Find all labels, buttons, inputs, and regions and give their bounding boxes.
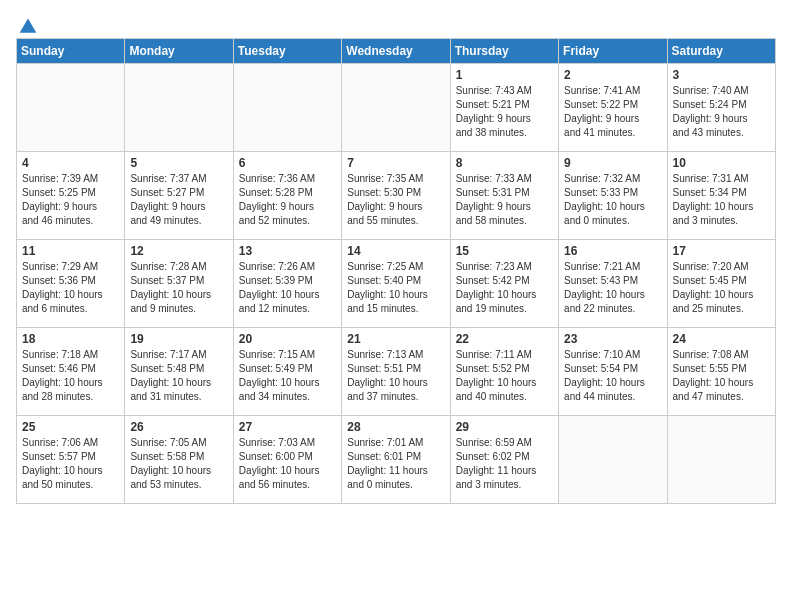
day-number: 27 [239, 420, 336, 434]
day-info: Sunrise: 7:15 AMSunset: 5:49 PMDaylight:… [239, 348, 336, 404]
day-info: Sunrise: 7:36 AMSunset: 5:28 PMDaylight:… [239, 172, 336, 228]
day-info: Sunrise: 7:18 AMSunset: 5:46 PMDaylight:… [22, 348, 119, 404]
day-number: 23 [564, 332, 661, 346]
calendar-cell: 26Sunrise: 7:05 AMSunset: 5:58 PMDayligh… [125, 416, 233, 504]
calendar-cell: 16Sunrise: 7:21 AMSunset: 5:43 PMDayligh… [559, 240, 667, 328]
day-number: 24 [673, 332, 770, 346]
day-number: 4 [22, 156, 119, 170]
day-info: Sunrise: 7:25 AMSunset: 5:40 PMDaylight:… [347, 260, 444, 316]
day-number: 3 [673, 68, 770, 82]
day-number: 11 [22, 244, 119, 258]
day-number: 20 [239, 332, 336, 346]
logo [16, 16, 38, 32]
calendar-cell: 8Sunrise: 7:33 AMSunset: 5:31 PMDaylight… [450, 152, 558, 240]
day-info: Sunrise: 7:33 AMSunset: 5:31 PMDaylight:… [456, 172, 553, 228]
calendar-cell [559, 416, 667, 504]
week-row-2: 4Sunrise: 7:39 AMSunset: 5:25 PMDaylight… [17, 152, 776, 240]
logo-icon [18, 16, 38, 36]
calendar-cell: 23Sunrise: 7:10 AMSunset: 5:54 PMDayligh… [559, 328, 667, 416]
day-number: 25 [22, 420, 119, 434]
calendar-cell: 13Sunrise: 7:26 AMSunset: 5:39 PMDayligh… [233, 240, 341, 328]
calendar-cell: 11Sunrise: 7:29 AMSunset: 5:36 PMDayligh… [17, 240, 125, 328]
calendar-cell: 28Sunrise: 7:01 AMSunset: 6:01 PMDayligh… [342, 416, 450, 504]
calendar-cell [17, 64, 125, 152]
day-info: Sunrise: 7:26 AMSunset: 5:39 PMDaylight:… [239, 260, 336, 316]
day-number: 18 [22, 332, 119, 346]
calendar-cell: 20Sunrise: 7:15 AMSunset: 5:49 PMDayligh… [233, 328, 341, 416]
calendar-cell [342, 64, 450, 152]
calendar-table: SundayMondayTuesdayWednesdayThursdayFrid… [16, 38, 776, 504]
week-row-3: 11Sunrise: 7:29 AMSunset: 5:36 PMDayligh… [17, 240, 776, 328]
calendar-cell: 24Sunrise: 7:08 AMSunset: 5:55 PMDayligh… [667, 328, 775, 416]
calendar-cell [233, 64, 341, 152]
day-number: 12 [130, 244, 227, 258]
day-info: Sunrise: 7:03 AMSunset: 6:00 PMDaylight:… [239, 436, 336, 492]
day-number: 17 [673, 244, 770, 258]
day-info: Sunrise: 7:40 AMSunset: 5:24 PMDaylight:… [673, 84, 770, 140]
day-info: Sunrise: 7:39 AMSunset: 5:25 PMDaylight:… [22, 172, 119, 228]
day-number: 1 [456, 68, 553, 82]
calendar-cell: 12Sunrise: 7:28 AMSunset: 5:37 PMDayligh… [125, 240, 233, 328]
calendar-cell: 4Sunrise: 7:39 AMSunset: 5:25 PMDaylight… [17, 152, 125, 240]
day-info: Sunrise: 7:17 AMSunset: 5:48 PMDaylight:… [130, 348, 227, 404]
day-info: Sunrise: 7:01 AMSunset: 6:01 PMDaylight:… [347, 436, 444, 492]
calendar-cell: 1Sunrise: 7:43 AMSunset: 5:21 PMDaylight… [450, 64, 558, 152]
calendar-cell: 22Sunrise: 7:11 AMSunset: 5:52 PMDayligh… [450, 328, 558, 416]
header-section [16, 16, 776, 32]
calendar-cell: 27Sunrise: 7:03 AMSunset: 6:00 PMDayligh… [233, 416, 341, 504]
weekday-header-wednesday: Wednesday [342, 39, 450, 64]
calendar-cell: 14Sunrise: 7:25 AMSunset: 5:40 PMDayligh… [342, 240, 450, 328]
day-info: Sunrise: 7:11 AMSunset: 5:52 PMDaylight:… [456, 348, 553, 404]
day-info: Sunrise: 7:41 AMSunset: 5:22 PMDaylight:… [564, 84, 661, 140]
weekday-header-row: SundayMondayTuesdayWednesdayThursdayFrid… [17, 39, 776, 64]
day-number: 19 [130, 332, 227, 346]
weekday-header-saturday: Saturday [667, 39, 775, 64]
day-number: 10 [673, 156, 770, 170]
calendar-cell: 29Sunrise: 6:59 AMSunset: 6:02 PMDayligh… [450, 416, 558, 504]
day-info: Sunrise: 7:13 AMSunset: 5:51 PMDaylight:… [347, 348, 444, 404]
day-number: 26 [130, 420, 227, 434]
weekday-header-tuesday: Tuesday [233, 39, 341, 64]
day-number: 28 [347, 420, 444, 434]
calendar-cell: 19Sunrise: 7:17 AMSunset: 5:48 PMDayligh… [125, 328, 233, 416]
calendar-cell: 10Sunrise: 7:31 AMSunset: 5:34 PMDayligh… [667, 152, 775, 240]
day-number: 8 [456, 156, 553, 170]
weekday-header-thursday: Thursday [450, 39, 558, 64]
logo-text [16, 16, 38, 36]
day-info: Sunrise: 7:06 AMSunset: 5:57 PMDaylight:… [22, 436, 119, 492]
day-info: Sunrise: 7:29 AMSunset: 5:36 PMDaylight:… [22, 260, 119, 316]
day-info: Sunrise: 7:31 AMSunset: 5:34 PMDaylight:… [673, 172, 770, 228]
weekday-header-sunday: Sunday [17, 39, 125, 64]
weekday-header-monday: Monday [125, 39, 233, 64]
day-number: 5 [130, 156, 227, 170]
day-info: Sunrise: 7:23 AMSunset: 5:42 PMDaylight:… [456, 260, 553, 316]
week-row-5: 25Sunrise: 7:06 AMSunset: 5:57 PMDayligh… [17, 416, 776, 504]
calendar-cell: 3Sunrise: 7:40 AMSunset: 5:24 PMDaylight… [667, 64, 775, 152]
calendar-cell: 17Sunrise: 7:20 AMSunset: 5:45 PMDayligh… [667, 240, 775, 328]
day-info: Sunrise: 7:43 AMSunset: 5:21 PMDaylight:… [456, 84, 553, 140]
calendar-container: SundayMondayTuesdayWednesdayThursdayFrid… [0, 0, 792, 512]
calendar-cell [667, 416, 775, 504]
day-number: 16 [564, 244, 661, 258]
day-info: Sunrise: 7:08 AMSunset: 5:55 PMDaylight:… [673, 348, 770, 404]
day-info: Sunrise: 7:21 AMSunset: 5:43 PMDaylight:… [564, 260, 661, 316]
week-row-1: 1Sunrise: 7:43 AMSunset: 5:21 PMDaylight… [17, 64, 776, 152]
weekday-header-friday: Friday [559, 39, 667, 64]
calendar-cell: 25Sunrise: 7:06 AMSunset: 5:57 PMDayligh… [17, 416, 125, 504]
day-info: Sunrise: 7:10 AMSunset: 5:54 PMDaylight:… [564, 348, 661, 404]
calendar-cell: 21Sunrise: 7:13 AMSunset: 5:51 PMDayligh… [342, 328, 450, 416]
day-number: 21 [347, 332, 444, 346]
day-info: Sunrise: 7:35 AMSunset: 5:30 PMDaylight:… [347, 172, 444, 228]
day-info: Sunrise: 7:32 AMSunset: 5:33 PMDaylight:… [564, 172, 661, 228]
day-number: 22 [456, 332, 553, 346]
calendar-cell: 5Sunrise: 7:37 AMSunset: 5:27 PMDaylight… [125, 152, 233, 240]
calendar-cell: 15Sunrise: 7:23 AMSunset: 5:42 PMDayligh… [450, 240, 558, 328]
calendar-cell: 2Sunrise: 7:41 AMSunset: 5:22 PMDaylight… [559, 64, 667, 152]
calendar-cell: 7Sunrise: 7:35 AMSunset: 5:30 PMDaylight… [342, 152, 450, 240]
day-number: 15 [456, 244, 553, 258]
day-number: 13 [239, 244, 336, 258]
calendar-cell: 18Sunrise: 7:18 AMSunset: 5:46 PMDayligh… [17, 328, 125, 416]
day-number: 14 [347, 244, 444, 258]
calendar-cell [125, 64, 233, 152]
day-info: Sunrise: 7:20 AMSunset: 5:45 PMDaylight:… [673, 260, 770, 316]
